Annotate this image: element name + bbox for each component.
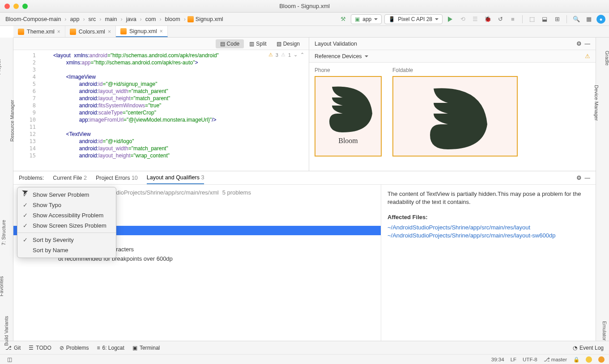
close-icon[interactable]: × <box>57 29 60 35</box>
caret-position[interactable]: 39:34 <box>491 357 504 362</box>
coverage-icon[interactable]: ↺ <box>495 14 505 24</box>
minimize-icon[interactable]: — <box>585 175 591 181</box>
view-design-label: Design <box>283 41 300 47</box>
breadcrumb[interactable]: Bloom-Compose-main› app› src› main› java… <box>4 15 223 23</box>
right-tool-strip[interactable]: Gradle Device Manager Emulator <box>596 38 609 341</box>
menu-item[interactable]: Show Typo <box>17 200 116 210</box>
menu-item[interactable]: Show Accessibility Problem <box>17 210 116 220</box>
tool-device-mgr[interactable]: Device Manager <box>594 85 599 121</box>
tool-favorites[interactable]: Favorites <box>0 276 4 296</box>
todo-label: TODO <box>36 345 51 351</box>
tab-signup[interactable]: Signup.xml× <box>116 26 168 37</box>
logcat-label: 6: Logcat <box>102 345 124 351</box>
tool-logcat[interactable]: ≡ 6: Logcat <box>97 345 124 351</box>
menu-item[interactable]: Sort by Severity <box>17 235 116 245</box>
profiler-icon[interactable]: 🐞 <box>483 14 493 24</box>
leaf-icon <box>410 81 500 153</box>
search-icon[interactable]: 🔍 <box>571 14 581 24</box>
menu-item[interactable]: Show Screen Sizes Problem <box>17 220 116 231</box>
settings-icon[interactable]: ▦ <box>584 14 594 24</box>
tool-problems[interactable]: ⊘ Problems <box>60 345 89 351</box>
debug-icon[interactable]: ☰ <box>470 14 480 24</box>
view-split-button[interactable]: ▥ Split <box>245 39 271 48</box>
crumb-file-label: Signup.xml <box>196 16 223 22</box>
device-combo[interactable]: 📱 Pixel C API 28 <box>384 14 443 24</box>
prob-tab-label: Project Errors <box>96 175 130 181</box>
chevron-down-icon[interactable]: ⌄ <box>294 52 298 58</box>
tool-gradle[interactable]: Gradle <box>604 51 609 65</box>
view-mode-switcher: ▤ Code ▥ Split ▧ Design <box>13 38 309 50</box>
inspection-summary[interactable]: ⚠3 ⚠1 ⌄ ⌃ <box>268 52 304 58</box>
line-numbers: 123456789101112131415 <box>13 50 40 171</box>
minimize-window-button[interactable] <box>13 4 19 9</box>
gear-icon[interactable]: ⚙ <box>576 175 582 181</box>
tool-emulator[interactable]: Emulator <box>602 321 607 341</box>
phone-preview[interactable]: Bloom <box>315 76 382 157</box>
minimize-icon[interactable]: — <box>585 41 591 47</box>
prob-tab-count: 3 <box>201 174 204 181</box>
lock-icon[interactable]: 🔒 <box>573 356 579 363</box>
encoding[interactable]: UTF-8 <box>523 357 537 362</box>
prob-tab-count: 10 <box>132 175 138 181</box>
window-titlebar: Bloom - Signup.xml <box>0 0 609 13</box>
crumb-0[interactable]: Bloom-Compose-main <box>4 15 63 23</box>
inspector-happy-icon[interactable] <box>586 356 592 363</box>
build-icon[interactable]: ⚒ <box>338 14 348 24</box>
problem-detail-text: The content of TextView is partially hid… <box>388 190 589 206</box>
sdk-icon[interactable]: ⬓ <box>540 14 549 24</box>
tool-todo[interactable]: ☰ TODO <box>29 345 51 351</box>
close-icon[interactable]: × <box>108 29 111 35</box>
left-tool-strip[interactable]: Project Resource Manager 7: Structure Fa… <box>0 38 13 341</box>
prob-tab-project[interactable]: Project Errors 10 <box>96 175 138 184</box>
menu-item[interactable]: Sort by Name <box>17 245 116 255</box>
foldable-preview[interactable] <box>392 76 518 157</box>
stop-icon[interactable]: ■ <box>508 14 518 24</box>
reference-devices-row[interactable]: Reference Devices ⚠ <box>309 50 596 63</box>
close-icon[interactable]: × <box>160 28 163 34</box>
tool-structure[interactable]: 7: Structure <box>1 220 6 245</box>
tool-eventlog[interactable]: ◔ Event Log <box>573 345 604 351</box>
view-code-button[interactable]: ▤ Code <box>216 39 244 48</box>
apply-changes-icon[interactable]: ⟲ <box>458 14 468 24</box>
line-ending[interactable]: LF <box>511 357 516 362</box>
git-branch[interactable]: ⎇ master <box>544 356 567 363</box>
crumb-3[interactable]: main <box>103 15 119 23</box>
affected-file-link[interactable]: ~/AndroidStudioProjects/Shrine/app/src/m… <box>388 224 530 231</box>
avd-icon[interactable]: ⬚ <box>527 14 537 24</box>
tool-build[interactable]: Build Variants <box>4 316 9 346</box>
leaf-icon <box>321 81 375 135</box>
code-body[interactable]: <layout xmlns:android="http://schemas.an… <box>40 50 309 171</box>
device-previews: Phone Bloom Foldable <box>309 63 596 171</box>
account-avatar[interactable]: ● <box>596 15 605 24</box>
tab-colors[interactable]: Colors.xml× <box>65 26 116 37</box>
maximize-window-button[interactable] <box>22 4 28 9</box>
prob-tab-label: Layout and Qualifiers <box>147 174 200 181</box>
gear-icon[interactable]: ⚙ <box>576 41 582 47</box>
branch-label: master <box>551 357 567 362</box>
run-button[interactable] <box>445 14 455 24</box>
menu-item[interactable]: Show Server Problem <box>17 190 116 200</box>
prob-tab-layout[interactable]: Layout and Qualifiers 3 <box>147 174 204 184</box>
xml-file-icon <box>187 16 194 22</box>
status-toggle-icon[interactable]: ◫ <box>7 356 12 363</box>
prob-tab-current[interactable]: Current File 2 <box>53 175 87 184</box>
tool-terminal[interactable]: ▣ Terminal <box>132 345 160 351</box>
crumb-2[interactable]: src <box>87 15 98 23</box>
crumb-5[interactable]: com <box>144 15 158 23</box>
crumb-file[interactable]: Signup.xml <box>187 16 223 22</box>
affected-file-link[interactable]: ~/AndroidStudioProjects/Shrine/app/src/m… <box>388 232 555 239</box>
bloom-logo-text: Bloom <box>338 137 358 145</box>
close-window-button[interactable] <box>4 4 10 9</box>
warning-icon[interactable]: ⚠ <box>585 53 590 59</box>
view-design-button[interactable]: ▧ Design <box>272 39 304 48</box>
crumb-1[interactable]: app <box>68 15 81 23</box>
code-editor[interactable]: ⚠3 ⚠1 ⌄ ⌃ 123456789101112131415 <layout … <box>13 50 309 171</box>
tab-theme[interactable]: Theme.xml× <box>13 26 65 37</box>
run-config-combo[interactable]: ▣ app <box>351 14 382 24</box>
inspector-sad-icon[interactable] <box>598 356 605 363</box>
chevron-up-icon[interactable]: ⌃ <box>300 52 304 58</box>
tool-project[interactable]: Project <box>0 59 1 75</box>
sync-icon[interactable]: ⊞ <box>552 14 562 24</box>
crumb-6[interactable]: bloom <box>163 15 182 23</box>
crumb-4[interactable]: java <box>124 15 138 23</box>
